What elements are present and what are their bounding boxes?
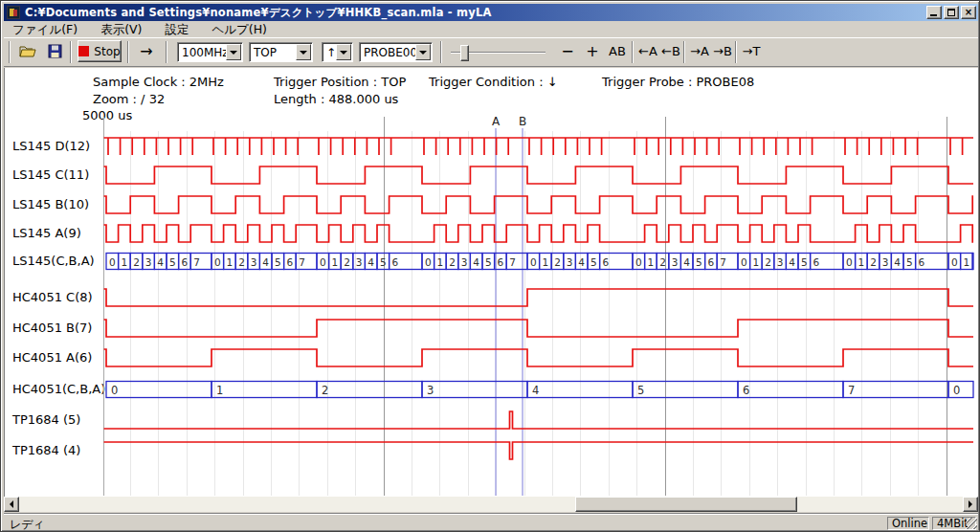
channel-label: TP1684 (4): [12, 443, 104, 458]
trigger-edge-combobox[interactable]: ↑: [322, 42, 353, 62]
plus-icon: +: [586, 42, 598, 60]
sample-rate-combobox[interactable]: 100MHz: [177, 42, 243, 62]
statusbar: レディ Online 4MBit: [4, 514, 978, 530]
left-arrow-a-icon: ←A: [638, 44, 657, 58]
toolbar-separator: [166, 41, 167, 63]
menu-settings[interactable]: 設定: [157, 22, 196, 38]
toolbar-separator: [127, 41, 129, 63]
scroll-right-icon: [969, 500, 972, 508]
goto-trigger-button[interactable]: →T: [740, 40, 763, 62]
channel-label: HC4051 B(7): [12, 321, 104, 336]
cursor-b-label: B: [516, 115, 529, 128]
toolbar-separator: [70, 41, 72, 63]
minimize-button[interactable]: [926, 6, 942, 19]
window-title: C:¥Documents and Settings¥noname¥デスクトップ¥…: [25, 6, 492, 20]
horizontal-scrollbar[interactable]: [4, 497, 978, 512]
channel-label: HC4051(C,B,A): [12, 382, 104, 397]
sample-rate-value: 100MHz: [178, 46, 226, 59]
run-button[interactable]: →: [133, 40, 160, 62]
scroll-left-button[interactable]: [4, 497, 19, 512]
dropdown-arrow-icon[interactable]: [415, 44, 431, 60]
info-length: Length : 488.000 us: [274, 92, 398, 106]
left-arrow-b-icon: ←B: [661, 44, 680, 58]
channel-label: LS145 A(9): [12, 226, 104, 241]
prev-a-button[interactable]: ←A: [636, 40, 659, 62]
scrollbar-thumb[interactable]: [575, 497, 797, 512]
info-trigger-position: Trigger Position : TOP: [274, 75, 406, 89]
toolbar-separator: [683, 41, 685, 63]
app-window: C:¥Documents and Settings¥noname¥デスクトップ¥…: [0, 0, 980, 532]
trigger-edge-value: ↑: [323, 46, 336, 59]
zoom-slider-handle[interactable]: [460, 45, 469, 61]
save-floppy-icon: [48, 44, 63, 59]
resize-grip-icon[interactable]: [966, 518, 977, 529]
menu-file[interactable]: ファイル(F): [5, 22, 85, 38]
ab-label: AB: [609, 44, 626, 58]
titlebar: C:¥Documents and Settings¥noname¥デスクトップ¥…: [4, 4, 978, 21]
info-trigger-condition: Trigger Condition : ↓: [429, 75, 558, 89]
channel-label: HC4051 A(6): [12, 350, 104, 366]
toolbar-separator: [632, 41, 634, 63]
toolbar: Stop → 100MHz TOP ↑ PROBE00 − + AB: [4, 37, 978, 67]
channel-label: LS145 B(10): [12, 197, 104, 212]
probe-value: PROBE00: [360, 46, 415, 59]
dropdown-arrow-icon[interactable]: [226, 44, 241, 60]
goto-trigger-icon: →T: [743, 44, 761, 58]
open-folder-icon: [19, 44, 38, 59]
channel-label: LS145(C,B,A): [12, 254, 104, 269]
cursor-a-label: A: [489, 115, 502, 128]
next-a-button[interactable]: →A: [688, 40, 711, 62]
prev-b-button[interactable]: ←B: [659, 40, 682, 62]
open-file-button[interactable]: [16, 40, 41, 62]
trigger-position-value: TOP: [250, 46, 296, 59]
info-sample-clock: Sample Clock : 2MHz: [93, 75, 224, 89]
stop-icon: [78, 46, 89, 56]
dropdown-arrow-icon[interactable]: [336, 44, 351, 60]
probe-combobox[interactable]: PROBE00: [359, 42, 433, 62]
stop-label: Stop: [94, 45, 120, 58]
channel-label: LS145 C(11): [12, 167, 104, 183]
info-zoom: Zoom : / 32: [93, 92, 165, 106]
scroll-left-icon: [10, 500, 13, 508]
right-arrow-b-icon: →B: [713, 44, 732, 58]
time-scale-label: 5000 us: [82, 108, 132, 122]
maximize-icon: [947, 9, 955, 16]
minus-icon: −: [561, 42, 573, 60]
status-ready-text: レディ: [10, 517, 45, 532]
minimize-icon: [930, 14, 937, 16]
right-arrow-a-icon: →A: [690, 44, 709, 58]
menu-help[interactable]: ヘルプ(H): [204, 22, 275, 38]
zoom-out-button[interactable]: −: [556, 40, 579, 62]
scroll-right-button[interactable]: [963, 497, 978, 512]
run-arrow-icon: →: [140, 42, 152, 60]
toolbar-separator: [735, 41, 737, 63]
maximize-button[interactable]: [944, 6, 959, 19]
info-trigger-probe: Trigger Probe : PROBE08: [602, 75, 754, 89]
toolbar-separator: [440, 41, 442, 63]
channel-label: TP1684 (5): [12, 412, 104, 428]
zoom-in-button[interactable]: +: [581, 40, 604, 62]
save-file-button[interactable]: [43, 40, 68, 62]
stop-button[interactable]: Stop: [78, 40, 122, 62]
menubar: ファイル(F) 表示(V) 設定 ヘルプ(H): [5, 22, 977, 38]
next-b-button[interactable]: →B: [711, 40, 734, 62]
channel-label: HC4051 C(8): [12, 290, 104, 305]
trigger-position-combobox[interactable]: TOP: [249, 42, 313, 62]
toolbar-grip: [9, 41, 11, 63]
dropdown-arrow-icon[interactable]: [296, 44, 311, 60]
app-icon: [7, 6, 20, 19]
close-button[interactable]: ×: [961, 6, 976, 19]
status-online-badge: Online: [887, 517, 929, 530]
waveform-client-area: [4, 68, 978, 497]
channel-label: LS145 D(12): [12, 139, 104, 154]
menu-view[interactable]: 表示(V): [93, 22, 149, 38]
ab-button[interactable]: AB: [604, 40, 631, 62]
